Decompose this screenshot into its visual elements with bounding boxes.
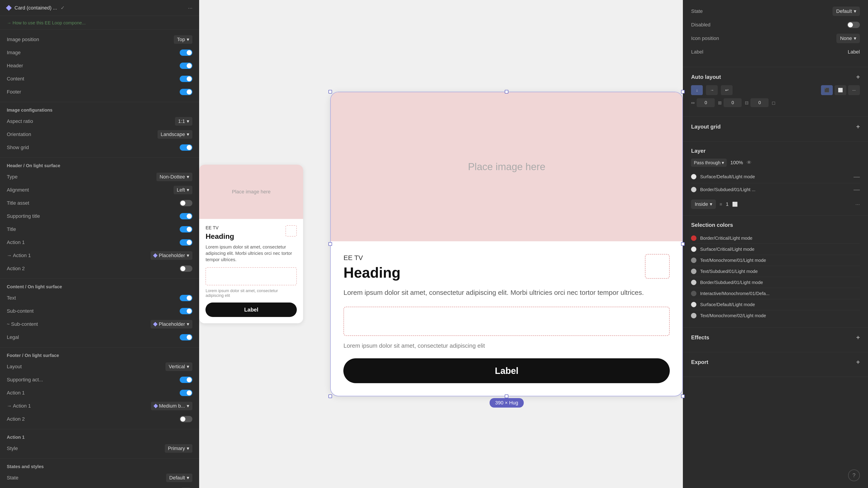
eye-icon[interactable]: 👁	[747, 160, 752, 166]
content-toggle-row: Content	[7, 74, 192, 84]
sel-dot-0	[691, 235, 696, 241]
canvas-cards-wrapper: Place image here EE TV Heading Lorem ips…	[199, 92, 683, 396]
sel-name-0: Border/Critical/Light mode	[700, 236, 752, 241]
aspect-ratio-dropdown[interactable]: 1:1 ▾	[175, 117, 193, 126]
alignment-dropdown[interactable]: Left ▾	[174, 186, 193, 194]
handle-top-middle[interactable]	[505, 92, 508, 94]
layer-name-0: Surface/Default/Light mode	[700, 174, 755, 180]
placeholder-diamond-icon	[153, 253, 158, 258]
action1-toggle[interactable]	[180, 239, 192, 246]
check-icon[interactable]: ✓	[61, 5, 65, 11]
title-asset-toggle[interactable]	[180, 200, 192, 206]
handle-top-right[interactable]	[681, 92, 683, 94]
layer-remove-0[interactable]: —	[854, 173, 860, 180]
disabled-toggle[interactable]	[847, 22, 860, 28]
al-align-left[interactable]: ⬛	[821, 85, 833, 95]
layout-grid-plus[interactable]: +	[856, 123, 860, 130]
auto-layout-plus[interactable]: +	[856, 73, 860, 80]
al-down-btn[interactable]: ↓	[691, 85, 703, 95]
component-name: Card (contained) ...	[14, 5, 57, 11]
small-card-content-placeholder	[206, 267, 297, 285]
supporting-title-label: Supporting title	[7, 213, 40, 219]
footer-toggle[interactable]	[180, 89, 192, 95]
text-toggle[interactable]	[180, 295, 192, 301]
title-row: Title	[7, 225, 192, 234]
footer-action1-placeholder-dropdown[interactable]: Medium b... ▾	[151, 402, 193, 410]
handle-bottom-left[interactable]	[330, 394, 332, 396]
state-dropdown[interactable]: Default ▾	[833, 6, 860, 16]
title-toggle[interactable]	[180, 226, 192, 232]
footer-action1-toggle[interactable]	[180, 390, 192, 396]
icon-position-dropdown[interactable]: None ▾	[836, 34, 860, 43]
al-align-center[interactable]: ⬜	[835, 85, 846, 95]
left-panel-scroll[interactable]: Image position Top ▾ Image Header Conten…	[0, 30, 199, 488]
text-label: Text	[7, 295, 16, 301]
large-card[interactable]: Place image here EE TV Heading Lorem ips…	[330, 92, 683, 396]
help-button[interactable]: ?	[848, 469, 860, 481]
layout-dropdown[interactable]: Vertical ▾	[165, 362, 192, 371]
export-plus[interactable]: +	[856, 359, 860, 366]
text-row: Text	[7, 293, 192, 302]
effects-plus[interactable]: +	[856, 334, 860, 341]
action1-placeholder-dropdown[interactable]: Placeholder ▾	[151, 251, 192, 260]
handle-middle-left[interactable]	[330, 242, 332, 246]
state-dropdown-left[interactable]: Default ▾	[166, 474, 193, 482]
handle-bottom-right[interactable]	[681, 394, 683, 396]
action1-label: Action 1	[7, 239, 25, 246]
small-card-image-placeholder: Place image here	[199, 165, 303, 219]
layer-remove-1[interactable]: —	[854, 186, 860, 193]
info-link-text[interactable]: → How to use this EE Loop compone...	[7, 20, 86, 25]
info-link-bar[interactable]: → How to use this EE Loop compone...	[0, 16, 199, 30]
legal-toggle[interactable]	[180, 334, 192, 340]
blend-mode-dropdown[interactable]: Pass through ▾	[691, 159, 726, 167]
sel-name-6: Surface/Default/Light mode	[700, 302, 755, 307]
content-label: Content	[7, 76, 24, 82]
small-card-heading: Heading	[206, 232, 234, 240]
handle-middle-right[interactable]	[681, 242, 683, 246]
al-clip-icon: ◻	[772, 100, 776, 105]
al-padding-v-input[interactable]	[750, 98, 769, 107]
sub-content-placeholder-row: ~ Sub-content Placeholder ▾	[7, 320, 192, 329]
al-padding-h-input[interactable]	[723, 98, 742, 107]
al-more-btn[interactable]: ···	[848, 85, 860, 95]
al-wrap-btn[interactable]: ↩	[721, 85, 733, 95]
title-asset-row: Title asset	[7, 199, 192, 207]
show-grid-toggle[interactable]	[180, 144, 192, 151]
action2-label: Action 2	[7, 266, 25, 271]
sub-content-placeholder-dropdown[interactable]: Placeholder ▾	[151, 320, 192, 328]
action2-toggle[interactable]	[180, 265, 192, 272]
stroke-more-icon[interactable]: ···	[855, 201, 860, 207]
small-card[interactable]: Place image here EE TV Heading Lorem ips…	[199, 165, 303, 323]
layout-label: Layout	[7, 364, 22, 369]
content-toggle[interactable]	[180, 76, 192, 82]
image-toggle[interactable]	[180, 50, 192, 56]
auto-layout-title: Auto layout +	[691, 73, 860, 80]
handle-top-left[interactable]	[330, 92, 332, 94]
placeholder-diamond-icon2	[153, 322, 158, 326]
image-position-dropdown[interactable]: Top ▾	[174, 35, 192, 44]
sub-content-toggle[interactable]	[180, 308, 192, 314]
handle-bottom-middle[interactable]	[505, 394, 508, 396]
style-dropdown[interactable]: Primary ▾	[165, 444, 193, 453]
orientation-dropdown[interactable]: Landscape ▾	[158, 130, 193, 139]
footer-surface-section: Footer / On light surface Layout Vertica…	[0, 348, 199, 429]
small-card-button[interactable]: Label	[206, 302, 297, 317]
dots-menu[interactable]: ···	[188, 5, 192, 11]
inside-dropdown[interactable]: Inside ▾	[691, 199, 716, 209]
layer-item-1: Border/Subdued/01/Light ... —	[691, 183, 860, 196]
layout-row: Layout Vertical ▾	[7, 362, 192, 371]
supporting-title-toggle[interactable]	[180, 213, 192, 219]
al-right-btn[interactable]: →	[706, 85, 718, 95]
type-dropdown[interactable]: Non-Dottee ▾	[156, 173, 193, 181]
large-card-button[interactable]: Label	[343, 358, 670, 383]
orientation-label: Orientation	[7, 131, 31, 137]
al-spacing-icon: ⇔	[691, 100, 695, 105]
footer-action2-toggle[interactable]	[180, 416, 192, 422]
header-toggle[interactable]	[180, 63, 192, 69]
placeholder-diamond-icon3	[153, 404, 158, 408]
basic-section: Image position Top ▾ Image Header Conten…	[0, 30, 199, 102]
al-spacing-input[interactable]	[697, 98, 715, 107]
supporting-act-toggle[interactable]	[180, 377, 192, 383]
al-padding-v-group: ⊟	[745, 98, 769, 107]
al-clip-group: ◻	[772, 100, 776, 105]
